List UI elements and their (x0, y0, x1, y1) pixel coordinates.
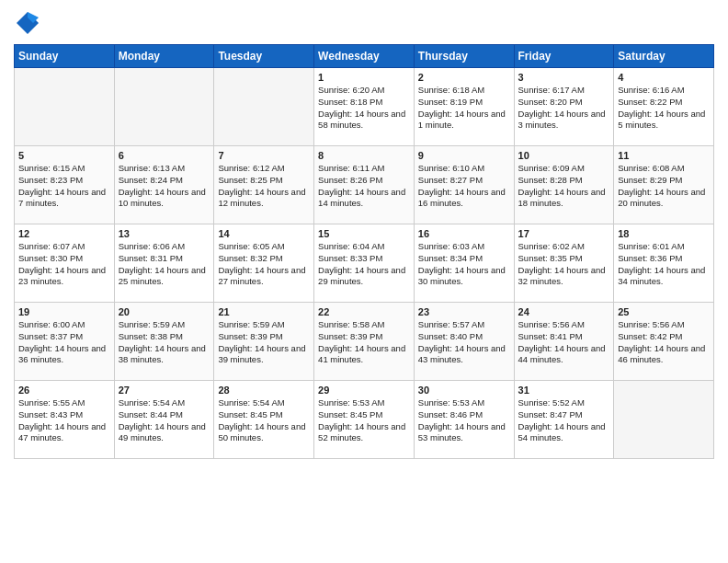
cell-info: Sunrise: 6:07 AM Sunset: 8:30 PM Dayligh… (18, 241, 110, 288)
day-number: 21 (218, 306, 310, 317)
calendar-cell: 18Sunrise: 6:01 AM Sunset: 8:36 PM Dayli… (614, 224, 714, 303)
cell-info: Sunrise: 6:16 AM Sunset: 8:22 PM Dayligh… (618, 85, 710, 132)
day-number: 25 (618, 306, 710, 317)
calendar-cell: 9Sunrise: 6:10 AM Sunset: 8:27 PM Daylig… (414, 146, 514, 224)
calendar-cell: 4Sunrise: 6:16 AM Sunset: 8:22 PM Daylig… (614, 68, 714, 146)
cell-info: Sunrise: 6:11 AM Sunset: 8:26 PM Dayligh… (318, 163, 410, 210)
header-friday: Friday (514, 45, 614, 68)
cell-info: Sunrise: 5:56 AM Sunset: 8:42 PM Dayligh… (618, 319, 710, 366)
cell-info: Sunrise: 6:20 AM Sunset: 8:18 PM Dayligh… (318, 85, 410, 132)
day-number: 11 (618, 150, 710, 161)
calendar-cell: 1Sunrise: 6:20 AM Sunset: 8:18 PM Daylig… (314, 68, 415, 146)
calendar-cell: 30Sunrise: 5:53 AM Sunset: 8:46 PM Dayli… (414, 381, 514, 459)
calendar-cell: 25Sunrise: 5:56 AM Sunset: 8:42 PM Dayli… (614, 303, 714, 381)
day-number: 26 (18, 385, 110, 396)
day-number: 19 (18, 306, 110, 317)
day-number: 14 (218, 228, 310, 239)
cell-info: Sunrise: 6:09 AM Sunset: 8:28 PM Dayligh… (518, 163, 610, 210)
header-sunday: Sunday (15, 45, 115, 68)
calendar-cell: 7Sunrise: 6:12 AM Sunset: 8:25 PM Daylig… (214, 146, 314, 224)
cell-info: Sunrise: 5:52 AM Sunset: 8:47 PM Dayligh… (518, 397, 610, 444)
calendar-cell: 17Sunrise: 6:02 AM Sunset: 8:35 PM Dayli… (514, 224, 614, 303)
day-number: 15 (318, 228, 410, 239)
calendar-cell: 31Sunrise: 5:52 AM Sunset: 8:47 PM Dayli… (514, 381, 614, 459)
header-monday: Monday (114, 45, 214, 68)
day-number: 12 (18, 228, 110, 239)
day-number: 3 (518, 72, 610, 83)
calendar-cell (114, 68, 214, 146)
cell-info: Sunrise: 6:06 AM Sunset: 8:31 PM Dayligh… (119, 241, 210, 288)
header-saturday: Saturday (614, 45, 714, 68)
calendar-cell: 16Sunrise: 6:03 AM Sunset: 8:34 PM Dayli… (414, 224, 514, 303)
day-number: 16 (418, 228, 510, 239)
calendar-cell: 29Sunrise: 5:53 AM Sunset: 8:45 PM Dayli… (314, 381, 415, 459)
day-number: 31 (518, 385, 610, 396)
cell-info: Sunrise: 5:59 AM Sunset: 8:39 PM Dayligh… (218, 319, 310, 366)
week-row-2: 5Sunrise: 6:15 AM Sunset: 8:23 PM Daylig… (15, 146, 714, 224)
calendar-cell: 3Sunrise: 6:17 AM Sunset: 8:20 PM Daylig… (514, 68, 614, 146)
calendar-cell: 26Sunrise: 5:55 AM Sunset: 8:43 PM Dayli… (15, 381, 115, 459)
cell-info: Sunrise: 6:12 AM Sunset: 8:25 PM Dayligh… (218, 163, 310, 210)
cell-info: Sunrise: 6:04 AM Sunset: 8:33 PM Dayligh… (318, 241, 410, 288)
day-number: 30 (418, 385, 510, 396)
calendar-cell: 28Sunrise: 5:54 AM Sunset: 8:45 PM Dayli… (214, 381, 314, 459)
calendar-cell (614, 381, 714, 459)
calendar-cell (214, 68, 314, 146)
page-header (14, 9, 714, 37)
day-number: 17 (518, 228, 610, 239)
cell-info: Sunrise: 5:54 AM Sunset: 8:45 PM Dayligh… (218, 397, 310, 444)
calendar-cell: 24Sunrise: 5:56 AM Sunset: 8:41 PM Dayli… (514, 303, 614, 381)
cell-info: Sunrise: 5:58 AM Sunset: 8:39 PM Dayligh… (318, 319, 410, 366)
calendar-cell: 19Sunrise: 6:00 AM Sunset: 8:37 PM Dayli… (15, 303, 115, 381)
cell-info: Sunrise: 6:08 AM Sunset: 8:29 PM Dayligh… (618, 163, 710, 210)
calendar-cell: 27Sunrise: 5:54 AM Sunset: 8:44 PM Dayli… (114, 381, 214, 459)
header-wednesday: Wednesday (314, 45, 415, 68)
calendar-cell: 14Sunrise: 6:05 AM Sunset: 8:32 PM Dayli… (214, 224, 314, 303)
calendar-cell: 20Sunrise: 5:59 AM Sunset: 8:38 PM Dayli… (114, 303, 214, 381)
day-number: 8 (318, 150, 410, 161)
cell-info: Sunrise: 6:00 AM Sunset: 8:37 PM Dayligh… (18, 319, 110, 366)
calendar-cell: 12Sunrise: 6:07 AM Sunset: 8:30 PM Dayli… (15, 224, 115, 303)
header-row: SundayMondayTuesdayWednesdayThursdayFrid… (15, 45, 714, 68)
calendar-cell: 21Sunrise: 5:59 AM Sunset: 8:39 PM Dayli… (214, 303, 314, 381)
cell-info: Sunrise: 5:59 AM Sunset: 8:38 PM Dayligh… (119, 319, 210, 366)
day-number: 10 (518, 150, 610, 161)
cell-info: Sunrise: 5:57 AM Sunset: 8:40 PM Dayligh… (418, 319, 510, 366)
day-number: 28 (218, 385, 310, 396)
day-number: 5 (18, 150, 110, 161)
day-number: 29 (318, 385, 410, 396)
calendar-cell: 6Sunrise: 6:13 AM Sunset: 8:24 PM Daylig… (114, 146, 214, 224)
day-number: 6 (119, 150, 210, 161)
cell-info: Sunrise: 5:56 AM Sunset: 8:41 PM Dayligh… (518, 319, 610, 366)
day-number: 20 (119, 306, 210, 317)
calendar-cell: 8Sunrise: 6:11 AM Sunset: 8:26 PM Daylig… (314, 146, 415, 224)
day-number: 27 (119, 385, 210, 396)
calendar-cell: 5Sunrise: 6:15 AM Sunset: 8:23 PM Daylig… (15, 146, 115, 224)
cell-info: Sunrise: 6:03 AM Sunset: 8:34 PM Dayligh… (418, 241, 510, 288)
day-number: 7 (218, 150, 310, 161)
cell-info: Sunrise: 6:15 AM Sunset: 8:23 PM Dayligh… (18, 163, 110, 210)
cell-info: Sunrise: 6:02 AM Sunset: 8:35 PM Dayligh… (518, 241, 610, 288)
calendar-cell (15, 68, 115, 146)
day-number: 13 (119, 228, 210, 239)
cell-info: Sunrise: 5:53 AM Sunset: 8:46 PM Dayligh… (418, 397, 510, 444)
week-row-5: 26Sunrise: 5:55 AM Sunset: 8:43 PM Dayli… (15, 381, 714, 459)
calendar-cell: 13Sunrise: 6:06 AM Sunset: 8:31 PM Dayli… (114, 224, 214, 303)
day-number: 22 (318, 306, 410, 317)
week-row-3: 12Sunrise: 6:07 AM Sunset: 8:30 PM Dayli… (15, 224, 714, 303)
cell-info: Sunrise: 5:55 AM Sunset: 8:43 PM Dayligh… (18, 397, 110, 444)
cell-info: Sunrise: 6:13 AM Sunset: 8:24 PM Dayligh… (119, 163, 210, 210)
day-number: 24 (518, 306, 610, 317)
day-number: 1 (318, 72, 410, 83)
cell-info: Sunrise: 6:10 AM Sunset: 8:27 PM Dayligh… (418, 163, 510, 210)
calendar-cell: 2Sunrise: 6:18 AM Sunset: 8:19 PM Daylig… (414, 68, 514, 146)
week-row-4: 19Sunrise: 6:00 AM Sunset: 8:37 PM Dayli… (15, 303, 714, 381)
day-number: 18 (618, 228, 710, 239)
calendar-cell: 10Sunrise: 6:09 AM Sunset: 8:28 PM Dayli… (514, 146, 614, 224)
calendar-cell: 15Sunrise: 6:04 AM Sunset: 8:33 PM Dayli… (314, 224, 415, 303)
cell-info: Sunrise: 5:54 AM Sunset: 8:44 PM Dayligh… (119, 397, 210, 444)
logo-icon (14, 9, 41, 37)
calendar-cell: 11Sunrise: 6:08 AM Sunset: 8:29 PM Dayli… (614, 146, 714, 224)
calendar-cell: 22Sunrise: 5:58 AM Sunset: 8:39 PM Dayli… (314, 303, 415, 381)
cell-info: Sunrise: 6:01 AM Sunset: 8:36 PM Dayligh… (618, 241, 710, 288)
